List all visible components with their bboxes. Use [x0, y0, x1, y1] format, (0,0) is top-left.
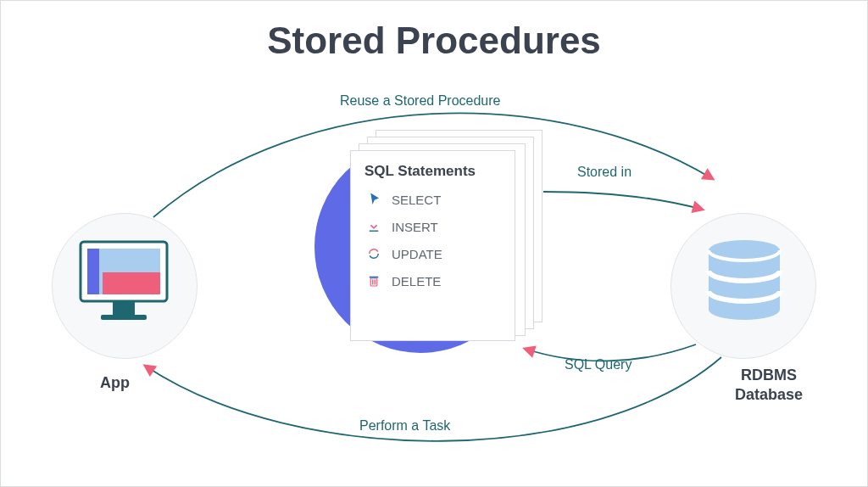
database-icon	[702, 238, 787, 332]
page-title: Stored Procedures	[1, 20, 867, 62]
svg-rect-9	[103, 272, 160, 294]
stmt-update-label: UPDATE	[392, 247, 442, 261]
label-reuse: Reuse a Stored Procedure	[340, 93, 500, 109]
pointer-icon	[366, 192, 381, 207]
db-label: RDBMS Database	[735, 366, 803, 406]
stmt-delete-label: DELETE	[392, 274, 441, 288]
label-stored: Stored in	[577, 165, 632, 180]
svg-rect-2	[370, 277, 379, 278]
sql-statements-card: SQL Statements SELECT INSERT UPDATE DELE…	[350, 150, 515, 341]
svg-rect-8	[87, 249, 99, 294]
app-label: App	[100, 374, 130, 392]
arrow-stored-in	[543, 192, 703, 210]
svg-rect-11	[101, 315, 147, 320]
stmt-insert-label: INSERT	[392, 220, 438, 234]
download-icon	[366, 219, 381, 234]
sql-statements-heading: SQL Statements	[364, 163, 501, 180]
label-task: Perform a Task	[359, 418, 450, 434]
label-query: SQL Query	[565, 357, 632, 372]
monitor-icon	[79, 238, 169, 332]
diagram-canvas: Stored Procedures SQL Statements SELECT …	[0, 0, 868, 487]
stmt-update: UPDATE	[366, 246, 499, 261]
stmt-delete: DELETE	[366, 273, 499, 288]
refresh-icon	[366, 246, 381, 261]
trash-icon	[366, 273, 381, 288]
stmt-select: SELECT	[366, 192, 499, 207]
stmt-select-label: SELECT	[392, 193, 441, 207]
svg-rect-0	[370, 231, 379, 232]
svg-rect-10	[113, 301, 135, 315]
stmt-insert: INSERT	[366, 219, 499, 234]
